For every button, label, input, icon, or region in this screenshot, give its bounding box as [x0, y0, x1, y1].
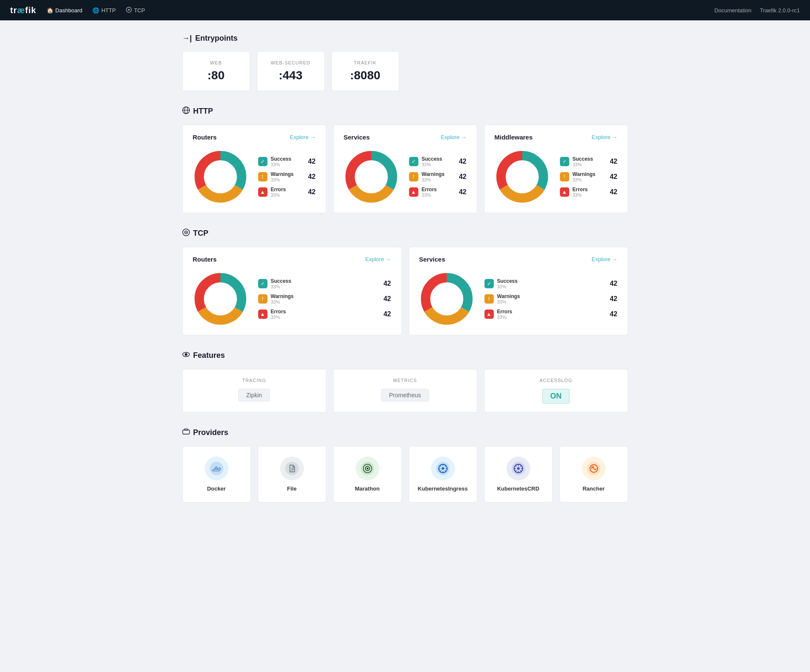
http-cards-grid: Routers Explore →: [182, 125, 628, 213]
provider-marathon-name: Marathon: [355, 485, 380, 492]
entrypoints-header: →| Entrypoints: [182, 34, 628, 43]
svg-point-22: [185, 232, 186, 233]
svg-point-19: [507, 162, 537, 192]
feature-accesslog: ACCESSLOG ON: [484, 369, 628, 413]
provider-k8s-name: KubernetesIngress: [418, 485, 468, 492]
nav-tcp[interactable]: TCP: [126, 7, 145, 14]
providers-header: Providers: [182, 428, 628, 438]
k8scrd-icon: [507, 457, 530, 480]
provider-file: File: [258, 446, 326, 502]
tcp-services-legend: ✓ Success 33% 42 ! Warnings 33%: [484, 278, 618, 320]
http-routers-card: Routers Explore →: [182, 125, 326, 213]
nav-dashboard[interactable]: 🏠 Dashboard: [47, 7, 83, 14]
success-text: Success 33%: [271, 156, 305, 167]
k8s-ingress-icon: [431, 457, 455, 480]
http-services-title: Services: [344, 134, 370, 141]
provider-k8s-ingress: KubernetesIngress: [409, 446, 477, 502]
http-header: HTTP: [182, 106, 628, 116]
tcp-cards-grid: Routers Explore →: [182, 247, 628, 335]
legend-error: ▲ Errors 33% 42: [258, 187, 316, 198]
http-middlewares-explore[interactable]: Explore →: [592, 134, 618, 140]
nav-http[interactable]: 🌐 HTTP: [92, 7, 116, 14]
entrypoint-traefik-value: :8080: [345, 69, 385, 82]
features-icon: [182, 351, 190, 360]
docs-link[interactable]: Documentation: [714, 7, 751, 14]
provider-k8scrd-name: KubernetesCRD: [497, 485, 540, 492]
http-services-legend: ✓ Success 33% 42 ! Warnings 33%: [409, 156, 467, 198]
feature-metrics-label: METRICS: [344, 378, 467, 383]
entrypoints-grid: WEB :80 WEB-SECURED :443 TRAEFIK :8080: [182, 51, 628, 91]
feature-accesslog-value: ON: [542, 389, 570, 404]
file-icon: [280, 457, 304, 480]
svg-point-27: [206, 284, 235, 314]
http-routers-explore[interactable]: Explore →: [290, 134, 316, 140]
http-title: HTTP: [193, 107, 213, 116]
feature-metrics-value: Prometheus: [381, 389, 429, 402]
legend-warning: ! Warnings 33% 42: [258, 171, 316, 182]
rancher-icon: [582, 457, 606, 480]
http-middlewares-title: Middlewares: [495, 134, 533, 141]
home-icon: 🏠: [47, 7, 53, 14]
svg-point-51: [517, 467, 520, 470]
svg-point-32: [432, 284, 462, 314]
marathon-icon: [356, 457, 379, 480]
entrypoint-websecured-value: :443: [271, 69, 311, 82]
provider-rancher: Rancher: [559, 446, 628, 502]
svg-point-34: [185, 353, 187, 356]
svg-point-48: [442, 467, 444, 470]
tcp-services-header: Services Explore →: [419, 256, 618, 263]
globe-icon: 🌐: [92, 7, 99, 14]
tcp-routers-body: ✓ Success 33% 42 ! Warnings 33%: [193, 271, 391, 326]
features-header: Features: [182, 351, 628, 360]
tcp-title: TCP: [193, 229, 209, 238]
tcp-routers-legend: ✓ Success 33% 42 ! Warnings 33%: [258, 278, 391, 320]
http-routers-title: Routers: [193, 134, 217, 141]
providers-title: Providers: [193, 428, 228, 437]
entrypoints-icon: →|: [182, 34, 192, 43]
provider-file-name: File: [287, 485, 296, 492]
providers-icon: [182, 428, 190, 438]
entrypoint-web-value: :80: [196, 69, 236, 82]
docker-icon: [205, 457, 228, 480]
http-middlewares-body: ✓ Success 33% 42 ! Warnings 33%: [495, 149, 618, 204]
error-text: Errors 33%: [271, 187, 305, 198]
tcp-routers-header: Routers Explore →: [193, 256, 391, 263]
features-title: Features: [193, 351, 225, 360]
version-link[interactable]: Traefik 2.0.0-rc1: [760, 7, 800, 14]
success-icon: ✓: [258, 157, 267, 166]
svg-point-45: [367, 468, 368, 469]
navbar-left: træfik 🏠 Dashboard 🌐 HTTP TCP: [10, 6, 145, 15]
legend-success: ✓ Success 33% 42: [258, 156, 316, 167]
http-middlewares-card: Middlewares Explore →: [484, 125, 628, 213]
tcp-services-explore[interactable]: Explore →: [592, 256, 618, 262]
http-routers-header: Routers Explore →: [193, 134, 316, 141]
http-routers-legend: ✓ Success 33% 42 ! Warnings 33%: [258, 156, 316, 198]
entrypoint-traefik: TRAEFIK :8080: [331, 51, 399, 91]
tcp-section-icon: [182, 229, 190, 238]
logo: træfik: [10, 6, 36, 15]
provider-k8scrd: KubernetesCRD: [484, 446, 553, 502]
svg-point-9: [206, 162, 235, 192]
provider-docker: Docker: [182, 446, 251, 502]
warning-text: Warnings 33%: [271, 171, 305, 182]
error-icon: ▲: [258, 187, 267, 197]
entrypoints-section: →| Entrypoints WEB :80 WEB-SECURED :443 …: [182, 34, 628, 91]
svg-point-38: [285, 462, 299, 475]
navbar: træfik 🏠 Dashboard 🌐 HTTP TCP Documentat…: [0, 0, 810, 20]
entrypoint-web-label: WEB: [196, 60, 236, 65]
main-content: →| Entrypoints WEB :80 WEB-SECURED :443 …: [172, 20, 638, 531]
tcp-routers-chart: [193, 271, 248, 326]
feature-tracing: TRACING Zipkin: [182, 369, 326, 413]
tcp-routers-explore[interactable]: Explore →: [365, 256, 391, 262]
entrypoint-websecured: WEB-SECURED :443: [257, 51, 325, 91]
tcp-routers-title: Routers: [193, 256, 217, 263]
http-services-card: Services Explore →: [333, 125, 477, 213]
tcp-icon: [126, 7, 132, 14]
provider-rancher-name: Rancher: [582, 485, 604, 492]
http-services-explore[interactable]: Explore →: [441, 134, 467, 140]
warning-icon: !: [258, 172, 267, 181]
http-routers-body: ✓ Success 33% 42 ! Warnings 33%: [193, 149, 316, 204]
http-middlewares-legend: ✓ Success 33% 42 ! Warnings 33%: [560, 156, 618, 198]
feature-tracing-label: TRACING: [193, 378, 316, 383]
http-middlewares-chart: [495, 149, 550, 204]
